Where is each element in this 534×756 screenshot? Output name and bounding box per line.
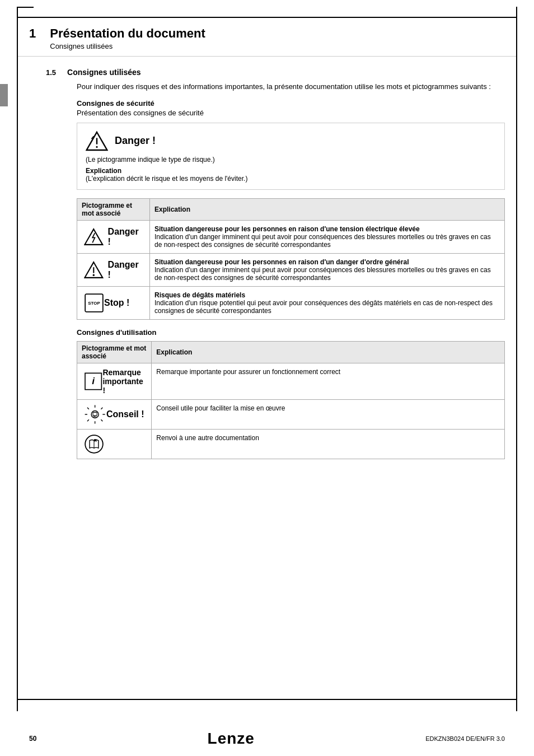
safety-col-icon: Pictogramme et mot associé xyxy=(77,198,150,220)
util-col-icon: Pictogramme et mot associé xyxy=(77,341,152,363)
sidebar-marker xyxy=(0,84,8,106)
chapter-number: 1 xyxy=(29,26,36,41)
svg-point-7 xyxy=(93,274,95,276)
conseil-icon xyxy=(84,404,106,424)
svg-rect-21 xyxy=(93,412,97,416)
table-row: Danger ! Situation dangereuse pour les p… xyxy=(77,253,505,286)
warning-expl-text: (L'explication décrit le risque et les m… xyxy=(86,175,496,183)
svg-marker-4 xyxy=(85,229,102,245)
svg-text:i: i xyxy=(92,375,95,386)
chapter-subtitle: Consignes utilisées xyxy=(50,42,205,50)
doc-reference: EDKZN3B024 DE/EN/FR 3.0 xyxy=(425,735,505,742)
table-row: Conseil ! Conseil utile pour faciliter l… xyxy=(77,399,505,429)
renvoi-cell xyxy=(77,429,152,459)
table-row: STOP Stop ! Risques de dégâts matériels … xyxy=(77,286,505,319)
utilisation-table: Pictogramme et mot associé Explication i xyxy=(77,341,505,459)
renvoi-icon xyxy=(84,434,104,454)
svg-line-18 xyxy=(101,407,102,409)
safety-subtitle: Présentation des consignes de sécurité xyxy=(77,109,505,117)
warning-word: Danger ! xyxy=(115,135,156,147)
stop-icon: STOP xyxy=(84,293,104,313)
warning-example-box: Danger ! (Le pictogramme indique le type… xyxy=(77,123,505,190)
danger-electric-cell: Danger ! xyxy=(77,220,150,253)
svg-text:STOP: STOP xyxy=(88,300,100,305)
danger-general-word: Danger ! xyxy=(108,260,143,280)
info-icon: i xyxy=(84,371,102,391)
table-row: i Remarque importante ! Remarque importa… xyxy=(77,363,505,399)
warning-triangle-icon xyxy=(86,130,108,152)
stop-cell: STOP Stop ! xyxy=(77,286,150,319)
remarque-word: Remarque xyxy=(102,368,144,377)
stop-word: Stop ! xyxy=(104,298,129,308)
remarque-word2: importante ! xyxy=(102,377,144,395)
danger-electric-word: Danger ! xyxy=(108,227,143,247)
danger-electric-icon xyxy=(84,227,104,247)
intro-text: Pour indiquer des risques et des informa… xyxy=(77,81,505,92)
danger-general-cell: Danger ! xyxy=(77,253,150,286)
table-row: Danger ! Situation dangereuse pour les p… xyxy=(77,220,505,253)
warning-expl-title: Explication xyxy=(86,167,496,175)
remarque-expl: Remarque importante pour assurer un fonc… xyxy=(152,363,505,399)
section-header: 1.5 Consignes utilisées xyxy=(46,68,505,77)
danger-general-icon xyxy=(84,260,104,280)
conseil-cell: Conseil ! xyxy=(77,399,152,429)
svg-line-17 xyxy=(101,419,102,421)
utilisation-title: Consignes d'utilisation xyxy=(77,328,505,337)
remarque-cell: i Remarque importante ! xyxy=(77,363,152,399)
renvoi-expl: Renvoi à une autre documentation xyxy=(152,429,505,459)
stop-expl: Risques de dégâts matériels Indication d… xyxy=(150,286,505,319)
main-content: 1.5 Consignes utilisées Pour indiquer de… xyxy=(18,57,516,479)
svg-line-19 xyxy=(87,419,89,421)
warning-desc: (Le pictogramme indique le type de risqu… xyxy=(86,156,496,164)
conseil-word: Conseil ! xyxy=(106,409,144,419)
table-row: Renvoi à une autre documentation xyxy=(77,429,505,459)
conseil-expl: Conseil utile pour faciliter la mise en … xyxy=(152,399,505,429)
safety-table: Pictogramme et mot associé Explication xyxy=(77,198,505,320)
section-number: 1.5 xyxy=(46,68,56,77)
page-number: 50 xyxy=(29,735,36,743)
chapter-title: Présentation du document xyxy=(50,26,205,41)
svg-point-2 xyxy=(96,146,97,147)
section-title: Consignes utilisées xyxy=(67,68,140,77)
page-footer: 50 Lenze EDKZN3B024 DE/EN/FR 3.0 xyxy=(18,727,516,750)
safety-col-expl: Explication xyxy=(150,198,505,220)
svg-line-16 xyxy=(87,407,89,409)
safety-title: Consignes de sécurité xyxy=(77,99,505,108)
page-header: 1 Présentation du document Consignes uti… xyxy=(18,18,516,57)
danger-general-expl: Situation dangereuse pour les personnes … xyxy=(150,253,505,286)
util-col-expl: Explication xyxy=(152,341,505,363)
lenze-logo: Lenze xyxy=(208,730,255,748)
danger-electric-expl: Situation dangereuse pour les personnes … xyxy=(150,220,505,253)
